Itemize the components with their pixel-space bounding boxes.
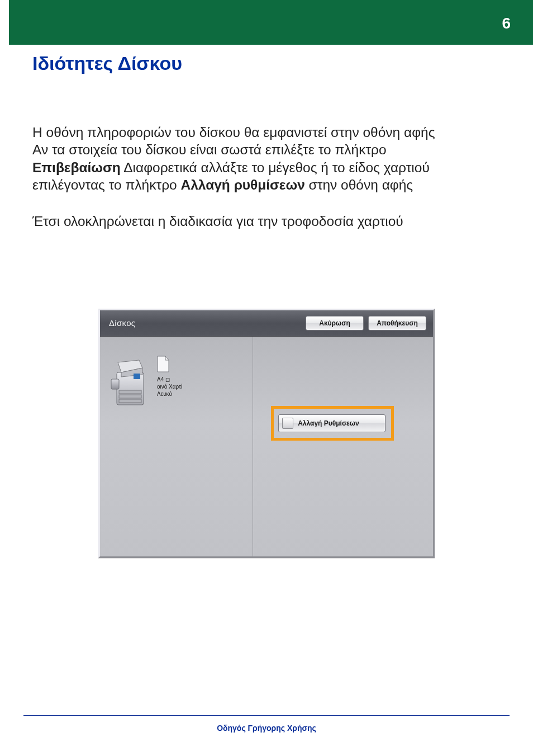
panel-title: Δίσκος [109,318,135,328]
p1-line2: Αν τα στοιχεία του δίσκου είναι σωστά επ… [32,142,387,157]
paper-text: A4 ◻ οινό Χαρτί Λευκό [157,376,182,398]
cancel-button[interactable]: Ακύρωση [306,316,364,330]
page-title: Ιδιότητες Δίσκου [32,53,501,74]
printer-info: A4 ◻ οινό Χαρτί Λευκό [108,356,182,409]
panel-titlebar: Δίσκος Ακύρωση Αποθήκευση [100,310,433,337]
footer-text: Οδηγός Γρήγορης Χρήσης [0,724,533,733]
paper-type: οινό Χαρτί [157,384,182,390]
save-button[interactable]: Αποθήκευση [368,316,426,330]
p1-line4-post: στην οθόνη αφής [305,177,413,192]
svg-rect-7 [134,374,140,379]
p1-bold2: Αλλαγή ρυθμίσεων [181,177,305,192]
footer-rule [23,715,510,716]
change-settings-icon [282,418,293,429]
paper-size: A4 [157,376,164,382]
panel-body: A4 ◻ οινό Χαρτί Λευκό Αλλαγή Ρυθμίσεων [100,337,433,556]
svg-rect-1 [119,390,141,394]
paper-info: A4 ◻ οινό Χαρτί Λευκό [157,356,182,398]
svg-rect-4 [111,379,119,389]
paragraph-2: Έτσι ολοκληρώνεται η διαδικασία για την … [32,212,501,230]
paper-icon [157,356,169,372]
tray-properties-panel: Δίσκος Ακύρωση Αποθήκευση [98,309,435,558]
change-settings-button[interactable]: Αλλαγή Ρυθμίσεων [278,414,386,432]
paragraph-1: Η οθόνη πληροφοριών του δίσκου θα εμφανι… [32,124,501,193]
panel-left: A4 ◻ οινό Χαρτί Λευκό [100,337,253,556]
svg-rect-2 [119,395,141,398]
header-bar: 6 [0,0,533,45]
change-settings-label: Αλλαγή Ρυθμίσεων [298,419,359,427]
page-number: 6 [502,15,511,32]
svg-rect-3 [119,399,141,403]
panel-right: Αλλαγή Ρυθμίσεων [253,337,433,556]
panel-title-buttons: Ακύρωση Αποθήκευση [306,316,426,330]
p1-line1: Η οθόνη πληροφοριών του δίσκου θα εμφανι… [32,125,435,140]
paper-color: Λευκό [157,391,172,397]
page-content: Ιδιότητες Δίσκου Η οθόνη πληροφοριών του… [0,45,533,558]
header-left-gap [0,0,9,45]
highlight-box: Αλλαγή Ρυθμίσεων [271,406,394,441]
printer-icon [108,356,151,409]
p1-line3: Διαφορετικά αλλάξτε το μέγεθος ή το είδο… [121,160,430,175]
p1-bold1: Επιβεβαίωση [32,160,121,175]
p1-line4-pre: επιλέγοντας το πλήκτρο [32,177,181,192]
